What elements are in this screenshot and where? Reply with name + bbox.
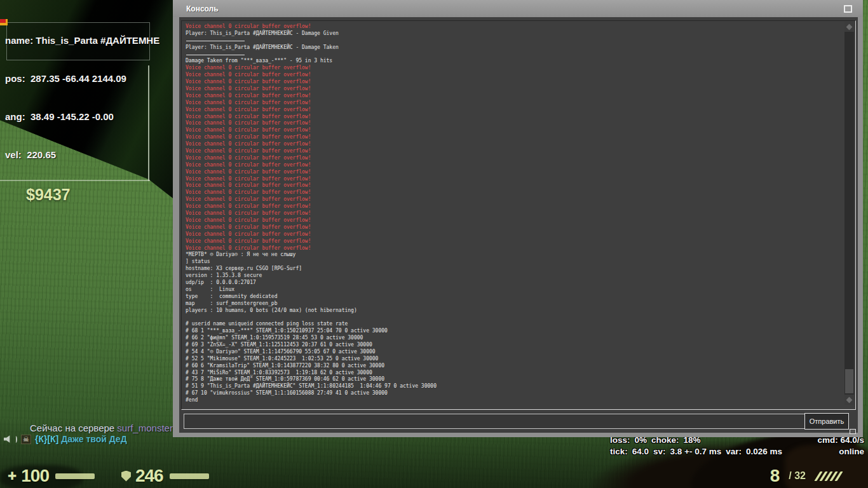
send-button[interactable]: Отправить: [804, 413, 849, 430]
console-line: Voice channel 0 circular buffer overflow…: [186, 196, 854, 203]
console-line: Voice channel 0 circular buffer overflow…: [186, 245, 854, 252]
console-line: Voice channel 0 circular buffer overflow…: [186, 148, 854, 155]
tick-label: tick:: [610, 447, 628, 456]
console-line: Voice channel 0 circular buffer overflow…: [186, 114, 854, 121]
console-line: Voice channel 0 circular buffer overflow…: [186, 155, 854, 162]
console-line: Voice channel 0 circular buffer overflow…: [186, 65, 854, 72]
armor-bar: [170, 473, 209, 479]
console-line: Voice channel 0 circular buffer overflow…: [186, 169, 854, 176]
console-line: ] status: [186, 259, 854, 266]
ammo-hash-icons: [817, 471, 840, 481]
showpos-name: name: This_is_Parta #ДАЙТЕМНЕ: [5, 34, 159, 47]
resize-grip[interactable]: [850, 429, 856, 434]
voice-chat-row: ☠ {К}[К] Даже твой ДеД: [4, 434, 127, 444]
scroll-down-button[interactable]: [844, 395, 854, 405]
ammo-reserve-value: / 32: [789, 470, 806, 482]
var-value: 0.026 ms: [746, 447, 782, 456]
console-line: Voice channel 0 circular buffer overflow…: [186, 141, 854, 148]
console-line: Voice channel 0 circular buffer overflow…: [186, 238, 854, 245]
netgraph: loss: 0% choke: 18% cmd: 64.0/s tick: 64…: [610, 435, 864, 458]
scrollbar-thumb[interactable]: [845, 369, 853, 393]
scroll-up-button[interactable]: [844, 22, 854, 32]
console-line: Voice channel 0 circular buffer overflow…: [186, 24, 854, 30]
ammo-hud: 8 / 32: [770, 466, 840, 486]
health-armor-hud: ✚ 100 246: [8, 466, 209, 486]
console-line: Voice channel 0 circular buffer overflow…: [186, 86, 854, 93]
armor-shield-icon: [121, 471, 131, 482]
console-scrollbar[interactable]: [844, 22, 854, 405]
speaker-icon: [4, 435, 13, 444]
console-line: # 67 10 "vimukrossius" STEAM_1:1:1601560…: [186, 390, 854, 397]
console-line: Player: This_is_Parta #ДАЙТЕМНЕКЕЙС - Da…: [186, 30, 854, 37]
console-body: Voice channel 0 circular buffer overflow…: [179, 17, 858, 433]
showpos-vel: vel: 220.65: [5, 149, 159, 161]
voice-player-clan-tag: {К}[К]: [35, 434, 61, 444]
console-line: # userid name uniqueid connected ping lo…: [186, 321, 854, 328]
var-label: var:: [726, 447, 742, 456]
console-line: Damage Taken from "***_ваза_-***" - 95 i…: [186, 58, 854, 65]
console-line: # 54 4 "☺ Dariya☺" STEAM_1:1:147566790 5…: [186, 349, 854, 356]
console-line: Voice channel 0 circular buffer overflow…: [186, 176, 854, 183]
dead-skull-icon: ☠: [21, 435, 31, 444]
console-line: Voice channel 0 circular buffer overflow…: [186, 79, 854, 86]
sv-value: 3.8 +- 0.7 ms: [670, 447, 722, 456]
showpos-ang: ang: 38.49 -145.22 -0.00: [5, 111, 159, 123]
money-amount: $9437: [26, 186, 71, 204]
console-line: players : 10 humans, 0 bots (24/0 max) (…: [186, 308, 854, 315]
showpos-pos: pos: 287.35 -66.44 2144.09: [5, 72, 159, 85]
tick-value: 64.0: [632, 447, 649, 456]
console-title-bar[interactable]: Консоль: [173, 0, 863, 17]
console-line: os : Linux: [186, 287, 854, 294]
console-line: Voice channel 0 circular buffer overflow…: [186, 93, 854, 100]
console-window: Консоль Voice channel 0 circular buffer …: [173, 0, 863, 437]
console-line: Voice channel 0 circular buffer overflow…: [186, 72, 854, 79]
console-line: Voice channel 0 circular buffer overflow…: [186, 182, 854, 189]
console-line: Voice channel 0 circular buffer overflow…: [186, 231, 854, 238]
console-line: map : surf_monstergreen_pb: [186, 301, 854, 308]
maximize-button[interactable]: [844, 5, 852, 13]
scroll-down-arrow-icon: [846, 396, 853, 403]
console-line: Voice channel 0 circular buffer overflow…: [186, 189, 854, 196]
console-line: Voice channel 0 circular buffer overflow…: [186, 203, 854, 210]
console-line: Player: This_is_Parta #ДАЙТЕМНЕКЕЙС - Da…: [186, 44, 854, 51]
connection-status: online: [839, 447, 864, 456]
health-cross-icon: ✚: [8, 470, 17, 482]
console-divider: [186, 51, 854, 58]
console-line: version : 1.35.3.8 secure: [186, 273, 854, 280]
console-line: # 51 9 "This_is_Parta #ДАЙТЕМНЕКЕЙС" STE…: [186, 383, 854, 390]
armor-value: 246: [135, 466, 163, 486]
scroll-up-arrow-icon: [846, 24, 853, 30]
ammo-clip-value: 8: [770, 466, 780, 486]
console-line: type : community dedicated: [186, 294, 854, 301]
console-line: # 52 5 "Mikimouse" STEAM_1:0:4245223 1:0…: [186, 356, 854, 363]
voice-player-name: Даже твой ДеД: [61, 434, 126, 444]
console-line: Voice channel 0 circular buffer overflow…: [186, 217, 854, 224]
console-divider: [186, 37, 854, 44]
speaker-wave-icon: [15, 436, 17, 443]
console-line: udp/ip : 0.0.0.0:27017: [186, 280, 854, 287]
health-value: 100: [21, 466, 49, 486]
console-command-input[interactable]: [184, 414, 805, 429]
console-line: Voice channel 0 circular buffer overflow…: [186, 162, 854, 169]
sv-label: sv:: [653, 447, 666, 456]
console-output: Voice channel 0 circular buffer overflow…: [181, 20, 856, 410]
health-bar: [55, 473, 95, 479]
server-banner-text: Сейчас на сервере: [30, 423, 117, 433]
console-title: Консоль: [186, 4, 219, 13]
console-line: # 69 3 "ZnSX=_-X" STEAM_1:1:125112453 20…: [186, 342, 854, 349]
showpos-overlay: name: This_is_Parta #ДАЙТЕМНЕ pos: 287.3…: [5, 9, 159, 174]
map-edge-line-horizontal: [0, 180, 150, 181]
console-line: # 60 6 "KramsilaTrip" STEAM_1:0:14387722…: [186, 363, 854, 370]
console-line: #end: [186, 397, 854, 404]
console-line: Voice channel 0 circular buffer overflow…: [186, 120, 854, 127]
console-line: *МЕРТВ* ☺ Dariya☺ : Я не че не слышу: [186, 252, 854, 259]
console-line: Voice channel 0 circular buffer overflow…: [186, 210, 854, 217]
console-line: # 75 8 "Даже твой ДеД" STEAM_1:0:5978736…: [186, 376, 854, 383]
console-line: [186, 314, 854, 321]
netgraph-row-2: tick: 64.0 sv: 3.8 +- 0.7 ms var: 0.026 …: [610, 447, 864, 458]
console-line: Voice channel 0 circular buffer overflow…: [186, 100, 854, 107]
console-line: # 68 1 "***_ваза_-***" STEAM_1:0:1502109…: [186, 328, 854, 335]
console-line: Voice channel 0 circular buffer overflow…: [186, 134, 854, 141]
console-line: Voice channel 0 circular buffer overflow…: [186, 107, 854, 114]
console-line: Voice channel 0 circular buffer overflow…: [186, 224, 854, 231]
